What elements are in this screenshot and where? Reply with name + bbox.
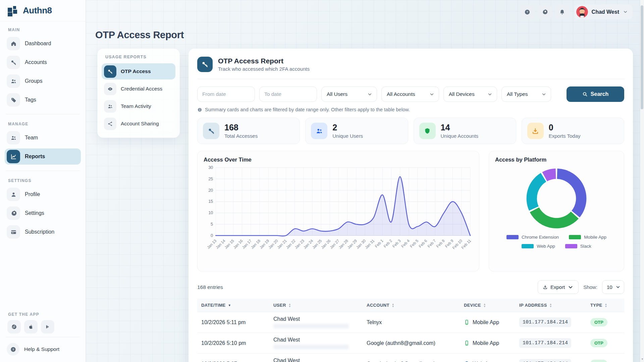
svg-text:Jan 25: Jan 25: [312, 239, 323, 250]
svg-text:Feb 5: Feb 5: [409, 239, 419, 248]
chevron-down-icon: [429, 92, 434, 97]
column-label: IP ADDRESS: [519, 303, 547, 308]
cell-user: Chad West: [269, 312, 363, 333]
sort-icon[interactable]: ▲▼: [483, 303, 486, 308]
chrome-store-icon[interactable]: [7, 320, 21, 334]
type-badge: OTP: [590, 339, 607, 347]
sidebar-item-tags[interactable]: Tags: [5, 92, 81, 108]
key-icon: [7, 56, 20, 69]
accounts-filter-select[interactable]: All Accounts: [381, 86, 439, 102]
user-name: Chad West: [273, 358, 359, 362]
ip-address-chip: 101.177.184.214: [519, 359, 571, 362]
user-menu[interactable]: Chad West: [574, 4, 633, 19]
key-icon-glyph: [201, 61, 209, 68]
stat-label: Exports Today: [549, 133, 581, 139]
sort-icon[interactable]: ▲▼: [605, 303, 607, 308]
subnav-item-credential-access[interactable]: Credential Access: [102, 81, 175, 97]
legend-label: Mobile App: [584, 235, 606, 240]
brand-logo-icon: [7, 5, 19, 16]
sidebar-item-subscription[interactable]: Subscription: [5, 224, 81, 240]
sidebar-item-dashboard[interactable]: Dashboard: [5, 36, 81, 52]
nav-section-settings: SETTINGS: [8, 178, 81, 183]
table-row[interactable]: 10/2/2026 5:10 pmChad WestGoogle (authn8…: [197, 333, 624, 354]
subnav-item-team-activity[interactable]: Team Activity: [102, 98, 175, 114]
cell-device: Web App: [460, 354, 515, 362]
download-icon: [543, 285, 548, 290]
settings-button[interactable]: [538, 5, 552, 19]
chevron-down-icon: [541, 92, 546, 97]
key-icon: [104, 65, 116, 78]
devices-filter-value: All Devices: [449, 91, 475, 97]
scrollbar-thumb[interactable]: [641, 5, 643, 109]
svg-text:15: 15: [208, 199, 213, 204]
cell-datetime: 10/2/2026 5:07 pm: [197, 354, 269, 362]
donut-slice-web-app[interactable]: [527, 173, 546, 211]
users-filter-select[interactable]: All Users: [321, 86, 377, 102]
to-date-input[interactable]: [259, 86, 317, 102]
svg-text:Jan 17: Jan 17: [241, 239, 252, 250]
apple-store-icon[interactable]: [24, 320, 38, 334]
from-date-input[interactable]: [197, 86, 255, 102]
stat-value: 168: [224, 123, 258, 132]
column-header-date-time[interactable]: DATE/TIME▼: [197, 299, 269, 312]
svg-text:Jan 18: Jan 18: [250, 239, 261, 250]
cell-type: OTP: [586, 354, 624, 362]
stat-exports-today: 0 Exports Today: [522, 118, 624, 144]
column-header-account[interactable]: ACCOUNT▲▼: [363, 299, 460, 312]
nav-section-main: MAIN: [8, 27, 81, 32]
donut-slice-chrome-extension[interactable]: [557, 169, 587, 218]
sidebar-item-reports[interactable]: Reports: [5, 148, 81, 165]
export-button[interactable]: Export: [538, 280, 579, 294]
nav-section-manage: MANAGE: [8, 122, 81, 126]
shield-icon: [419, 123, 436, 139]
types-filter-select[interactable]: All Types: [501, 86, 551, 102]
sort-icon[interactable]: ▲▼: [549, 303, 552, 308]
stat-value: 14: [441, 123, 479, 132]
scrollbar-down-arrow[interactable]: ▼: [640, 358, 644, 361]
table-header: DATE/TIME▼USER▲▼ACCOUNT▲▼DEVICE▲▼IP ADDR…: [197, 299, 624, 312]
sort-icon[interactable]: ▲▼: [288, 303, 291, 308]
svg-text:Feb 4: Feb 4: [400, 238, 411, 248]
search-button[interactable]: Search: [567, 86, 624, 102]
column-header-ip-address[interactable]: IP ADDRESS▲▼: [515, 299, 586, 312]
subnav-item-account-sharing[interactable]: Account Sharing: [102, 116, 175, 132]
subnav-item-otp-access[interactable]: OTP Access: [102, 63, 175, 79]
help-button[interactable]: ?: [520, 5, 535, 19]
svg-text:Feb 6: Feb 6: [418, 239, 428, 248]
sidebar-item-label: Reports: [25, 154, 45, 160]
donut-slice-mobile-app[interactable]: [530, 207, 579, 229]
legend-label: Slack: [580, 244, 591, 249]
help-support-link[interactable]: ? Help & Support: [5, 342, 81, 357]
app-window: Authn8 MAIN Dashboard Accounts Groups Ta…: [0, 0, 644, 362]
column-header-device[interactable]: DEVICE▲▼: [460, 299, 515, 312]
access-by-platform-card: Access by Platform Chrome ExtensionMobil…: [489, 151, 624, 272]
svg-text:Jan 16: Jan 16: [232, 239, 244, 250]
table-row[interactable]: 10/2/2026 5:07 pmChad WestGoogle (authn8…: [197, 354, 624, 362]
column-header-user[interactable]: USER▲▼: [269, 299, 363, 312]
line-chart-svg: 051015202530Jan 13Jan 14Jan 15Jan 16Jan …: [204, 163, 473, 264]
sort-icon[interactable]: ▼: [228, 304, 231, 307]
brand-logo[interactable]: Authn8: [0, 0, 86, 21]
sidebar-item-groups[interactable]: Groups: [5, 73, 81, 89]
page-size-select[interactable]: 10: [602, 280, 624, 294]
devices-filter-select[interactable]: All Devices: [443, 86, 497, 102]
filter-bar: All Users All Accounts All Devices All T…: [197, 86, 624, 102]
access-log-table: DATE/TIME▼USER▲▼ACCOUNT▲▼DEVICE▲▼IP ADDR…: [197, 299, 624, 362]
svg-text:5: 5: [211, 222, 213, 227]
sidebar-item-accounts[interactable]: Accounts: [5, 54, 81, 70]
svg-text:Feb 1: Feb 1: [374, 239, 384, 248]
sort-icon[interactable]: ▲▼: [392, 303, 394, 308]
vertical-scrollbar[interactable]: ▼: [640, 0, 644, 362]
sidebar-item-team[interactable]: Team: [5, 130, 81, 146]
table-row[interactable]: 10/2/2026 5:11 pmChad WestTelnyxMobile A…: [197, 312, 624, 333]
filter-note-text: Summary cards and charts are filtered by…: [205, 107, 410, 112]
legend-item-slack: Slack: [565, 244, 591, 249]
svg-text:Jan 30: Jan 30: [355, 239, 366, 250]
column-header-type[interactable]: TYPE▲▼: [586, 299, 624, 312]
google-play-icon[interactable]: [41, 320, 54, 334]
notifications-button[interactable]: [555, 5, 570, 19]
stat-value: 2: [332, 123, 363, 132]
sidebar-item-profile[interactable]: Profile: [5, 186, 81, 202]
stat-unique-users: 2 Unique Users: [305, 118, 408, 144]
sidebar-item-settings[interactable]: Settings: [5, 205, 81, 221]
